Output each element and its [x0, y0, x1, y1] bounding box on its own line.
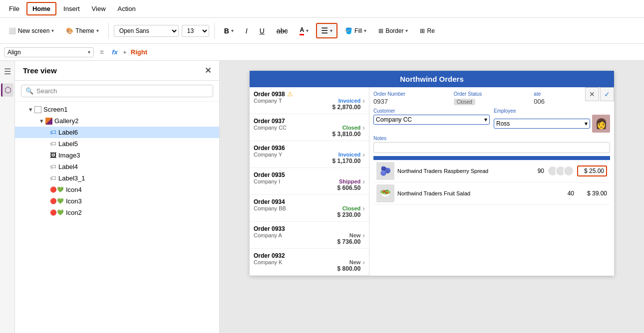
- tree-item-icon2[interactable]: 🔴💚 Icon2: [15, 207, 219, 218]
- font-color-icon: A: [300, 26, 304, 35]
- label5-icon: 🏷: [50, 140, 56, 148]
- tree-item-image3[interactable]: 🖼 Image3: [15, 150, 219, 161]
- align-button[interactable]: ☰ ▾: [316, 23, 337, 38]
- order-item-0938[interactable]: Order 0938 ⚠ Company T Invoiced $ 2,870.…: [250, 87, 369, 114]
- order-item-0933[interactable]: Order 0933 Company A New $ 736.00 ›: [250, 222, 369, 249]
- order-detail-panel: ✕ ✓ Order Number 0937 Order Status Close…: [369, 87, 614, 276]
- tree-item-label5[interactable]: 🏷 Label5: [15, 138, 219, 150]
- product-row-1[interactable]: 🥗 Northwind Traders Fruit Salad 40 $ 39.…: [373, 182, 610, 205]
- amount-0932: $ 800.00: [254, 265, 360, 272]
- order-item-0936[interactable]: Order 0936 Company Y Invoiced $ 1,170.00…: [250, 141, 369, 168]
- amount-0933: $ 736.00: [254, 238, 360, 245]
- align-icon: ☰: [321, 26, 328, 35]
- product-row-0[interactable]: 🫐 Northwind Traders Raspberry Spread 90 …: [373, 160, 610, 182]
- order-status-badge: Closed: [454, 99, 475, 105]
- font-color-button[interactable]: A ▾: [295, 24, 313, 38]
- order-item-0937[interactable]: Order 0937 Company CC Closed $ 3,810.00 …: [250, 114, 369, 141]
- tree-item-label-icon4: Icon4: [66, 186, 82, 193]
- chevron-0938: ›: [362, 97, 365, 105]
- status-0937: Closed: [342, 125, 361, 131]
- font-size-select[interactable]: 13: [182, 25, 209, 37]
- formula-name-select[interactable]: Align ▾: [4, 47, 94, 57]
- menu-item-home[interactable]: Home: [26, 2, 56, 15]
- customer-field: Customer Company CC ▾: [373, 108, 490, 133]
- tree-item-label-label5: Label5: [58, 140, 78, 148]
- menu-item-action[interactable]: Action: [113, 3, 141, 14]
- product-price-0: $ 25.00: [577, 166, 607, 176]
- menu-item-view[interactable]: View: [87, 3, 111, 14]
- notes-input[interactable]: [373, 142, 610, 153]
- tree-item-icon4[interactable]: 🔴💚 Icon4: [15, 184, 219, 195]
- tree-view-close-button[interactable]: ✕: [205, 66, 211, 75]
- order-item-0934[interactable]: Order 0934 Company BB Closed $ 230.00 ›: [250, 195, 369, 222]
- cancel-edit-button[interactable]: ✕: [585, 87, 599, 101]
- customer-select-chevron: ▾: [484, 116, 487, 123]
- bold-button[interactable]: B ▾: [220, 24, 238, 37]
- amount-0937: $ 3,810.00: [254, 131, 360, 138]
- theme-button[interactable]: 🎨 Theme ▾: [61, 25, 103, 37]
- status-0936: Invoiced: [338, 152, 361, 158]
- fill-label: Fill: [354, 27, 362, 34]
- notes-label: Notes: [373, 136, 610, 141]
- tree-item-label-screen1: Screen1: [43, 106, 67, 113]
- bubble-3: [563, 166, 574, 176]
- employee-select[interactable]: Ross ▾: [494, 119, 590, 129]
- order-number-field: Order Number 0937: [373, 91, 450, 105]
- employee-select-chevron: ▾: [585, 120, 588, 127]
- tree-view-panel: Tree view ✕ 🔍 ▾ Screen1 ▾ Gallery2: [15, 61, 220, 333]
- tree-item-label-label3-1: Label3_1: [58, 174, 85, 182]
- tree-item-label4[interactable]: 🏷 Label4: [15, 161, 219, 172]
- order-item-0935[interactable]: Order 0935 Company I Shipped $ 606.50 ›: [250, 168, 369, 195]
- order-num-0934: Order 0934: [254, 198, 285, 205]
- tree-item-screen1[interactable]: ▾ Screen1: [15, 104, 219, 115]
- bold-icon: B: [224, 27, 229, 35]
- border-button[interactable]: ⊞ Border ▾: [374, 25, 412, 37]
- company-0934: Company BB: [254, 205, 286, 211]
- order-num-0933: Order 0933: [254, 225, 285, 232]
- company-0935: Company I: [254, 178, 280, 184]
- search-input[interactable]: [36, 87, 209, 95]
- product-name-0: Northwind Traders Raspberry Spread: [397, 168, 526, 174]
- menu-item-insert[interactable]: Insert: [58, 3, 85, 14]
- chevron-0935: ›: [362, 177, 365, 185]
- layers-button[interactable]: ⬡: [1, 83, 13, 97]
- strikethrough-button[interactable]: abc: [272, 24, 293, 37]
- new-screen-button[interactable]: ⬜ New screen ▾: [4, 25, 58, 37]
- icon4-type-icon: 🔴💚: [50, 186, 64, 193]
- detail-action-buttons: ✕ ✓: [585, 87, 614, 101]
- order-num-0938: Order 0938: [254, 91, 285, 98]
- font-color-chevron: ▾: [306, 28, 309, 33]
- tree-item-label6[interactable]: 🏷 Label6: [15, 127, 219, 138]
- menu-item-file[interactable]: File: [4, 3, 24, 14]
- tree-item-gallery2[interactable]: ▾ Gallery2: [15, 115, 219, 127]
- formula-value: Right: [131, 48, 147, 56]
- left-sidebar-toggle: ☰ ⬡: [0, 61, 15, 333]
- amount-0936: $ 1,170.00: [254, 158, 360, 165]
- formula-expand-icon[interactable]: ▸: [124, 49, 127, 55]
- gallery-icon: [45, 118, 52, 125]
- main-area: ☰ ⬡ Tree view ✕ 🔍 ▾ Screen1 ▾: [0, 61, 644, 333]
- product-image-0: 🫐: [376, 162, 394, 180]
- italic-icon: I: [246, 27, 248, 35]
- amount-0935: $ 606.50: [254, 184, 360, 191]
- formula-name-chevron: ▾: [88, 49, 90, 55]
- status-0932: New: [349, 259, 361, 265]
- underline-button[interactable]: U: [255, 24, 269, 37]
- confirm-edit-button[interactable]: ✓: [600, 87, 614, 101]
- italic-button[interactable]: I: [241, 24, 252, 37]
- tree-item-label-gallery2: Gallery2: [54, 117, 78, 125]
- tree-item-icon3[interactable]: 🔴💚 Icon3: [15, 195, 219, 207]
- customer-select[interactable]: Company CC ▾: [373, 115, 490, 125]
- fill-button[interactable]: 🪣 Fill ▾: [340, 25, 371, 37]
- underline-icon: U: [260, 27, 265, 35]
- formula-bar: Align ▾ = fx ▸ Right: [0, 44, 644, 61]
- ribbon: ⬜ New screen ▾ 🎨 Theme ▾ Open Sans 13 B …: [0, 18, 644, 44]
- font-family-select[interactable]: Open Sans: [114, 25, 179, 37]
- reorder-button[interactable]: ⊞ Re: [415, 25, 439, 37]
- border-label: Border: [385, 27, 403, 34]
- tree-item-label3-1[interactable]: 🏷 Label3_1: [15, 172, 219, 184]
- order-item-0932[interactable]: Order 0932 Company K New $ 800.00 ›: [250, 249, 369, 276]
- hamburger-menu-button[interactable]: ☰: [2, 65, 13, 78]
- formula-fx-icon[interactable]: fx: [110, 48, 120, 56]
- chevron-0932: ›: [362, 258, 365, 266]
